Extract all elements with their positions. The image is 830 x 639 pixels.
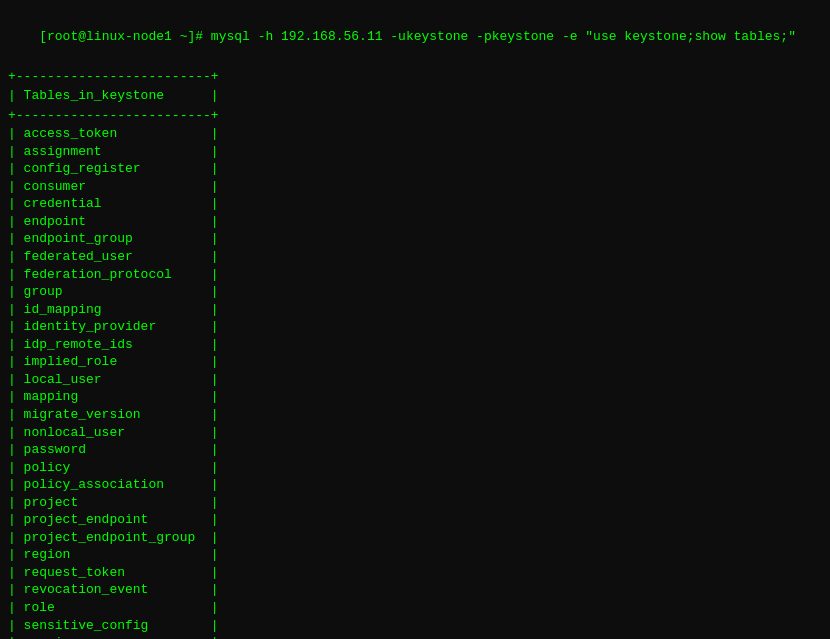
table-row: | id_mapping | — [0, 301, 830, 319]
table-row: | project_endpoint | — [0, 511, 830, 529]
table-row: | assignment | — [0, 143, 830, 161]
table-row: | region | — [0, 546, 830, 564]
table-top-border: +-------------------------+ — [0, 67, 830, 87]
table-row: | request_token | — [0, 564, 830, 582]
table-rows-container: | access_token || assignment || config_r… — [0, 125, 830, 639]
table-row: | local_user | — [0, 371, 830, 389]
table-row: | role | — [0, 599, 830, 617]
table-row: | migrate_version | — [0, 406, 830, 424]
table-row: | policy_association | — [0, 476, 830, 494]
table-row: | revocation_event | — [0, 581, 830, 599]
table-row: | group | — [0, 283, 830, 301]
table-row: | endpoint | — [0, 213, 830, 231]
table-row: | credential | — [0, 195, 830, 213]
table-row: | nonlocal_user | — [0, 424, 830, 442]
table-row: | service | — [0, 634, 830, 639]
table-row: | federation_protocol | — [0, 266, 830, 284]
table-row: | consumer | — [0, 178, 830, 196]
table-separator: +-------------------------+ — [0, 106, 830, 126]
table-row: | password | — [0, 441, 830, 459]
table-header: | Tables_in_keystone | — [0, 86, 830, 106]
command-line: [root@linux-node1 ~]# mysql -h 192.168.5… — [0, 8, 830, 67]
table-row: | idp_remote_ids | — [0, 336, 830, 354]
terminal-window: [root@linux-node1 ~]# mysql -h 192.168.5… — [0, 0, 830, 639]
table-row: | federated_user | — [0, 248, 830, 266]
table-row: | policy | — [0, 459, 830, 477]
table-row: | config_register | — [0, 160, 830, 178]
table-row: | implied_role | — [0, 353, 830, 371]
table-row: | mapping | — [0, 388, 830, 406]
table-row: | project | — [0, 494, 830, 512]
table-row: | access_token | — [0, 125, 830, 143]
table-row: | endpoint_group | — [0, 230, 830, 248]
terminal-command: mysql -h 192.168.56.11 -ukeystone -pkeys… — [211, 29, 796, 44]
table-row: | identity_provider | — [0, 318, 830, 336]
table-row: | sensitive_config | — [0, 617, 830, 635]
table-row: | project_endpoint_group | — [0, 529, 830, 547]
terminal-prompt: [root@linux-node1 ~]# — [39, 29, 211, 44]
